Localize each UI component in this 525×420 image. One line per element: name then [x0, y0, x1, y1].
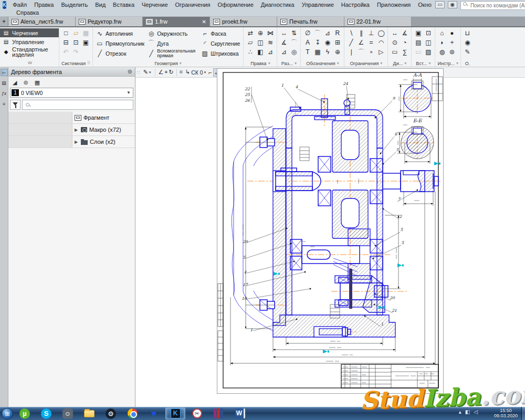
taskbar-utorrent[interactable]: µ — [15, 407, 35, 419]
linear-dim-icon[interactable]: ↔ — [279, 29, 288, 38]
menu-file[interactable]: Файл — [9, 0, 30, 9]
segment-button[interactable]: ╱Отрезок — [95, 49, 145, 58]
taskbar-discord[interactable]: ☺ — [58, 407, 78, 419]
insert-view-icon[interactable]: ⊡ — [424, 29, 433, 38]
menu-view[interactable]: Вид — [91, 0, 109, 9]
angle-constraint-icon[interactable]: ∠ — [356, 38, 365, 47]
table-icon[interactable]: ▦ — [313, 48, 322, 57]
insert-frame-icon[interactable]: ▭ — [414, 48, 423, 57]
tab-1frw-active[interactable]: 1.frw ✕ — [143, 17, 210, 26]
overlap-tool-icon[interactable]: ⊚ — [23, 79, 28, 86]
parallel-icon[interactable]: ∥ — [356, 29, 365, 38]
screen-view-icon[interactable]: ◉ — [448, 1, 457, 8]
arc-dim-icon[interactable]: ⌒ — [289, 38, 298, 47]
print-icon[interactable]: ⊟ — [61, 38, 70, 47]
group-expand-icon[interactable]: ▾ — [380, 61, 382, 66]
move-icon[interactable]: ⇄ — [246, 29, 255, 38]
measure-angle-icon[interactable]: ∡ — [400, 29, 409, 38]
new-tab-button[interactable]: + — [0, 17, 8, 26]
expand-arrow-icon[interactable]: ▶ — [75, 140, 79, 144]
datum-icon[interactable]: ↧ — [313, 38, 322, 47]
taskbar-winrar[interactable] — [208, 407, 228, 419]
copy-icon[interactable]: ⊕ — [256, 29, 265, 38]
construction-line-button[interactable]: ╱Вспомогательная прямая — [146, 49, 199, 58]
menu-help[interactable]: Справка — [13, 9, 43, 17]
taskbar-skype[interactable]: S — [36, 407, 56, 419]
region-icon[interactable]: ● — [447, 29, 456, 38]
insert-picture-icon[interactable]: ▤ — [414, 38, 423, 47]
circle-button[interactable]: ◎Окружность — [146, 29, 199, 38]
tangent-icon[interactable]: ◯ — [376, 29, 385, 38]
layers-panel-icon[interactable]: ≡ — [1, 100, 8, 108]
tree-item-macro[interactable]: ▶ Макро (x72) — [8, 124, 135, 136]
ribbon-tab-standard-parts[interactable]: ◆ Стандартные изделия — [0, 46, 59, 58]
open-document-icon[interactable]: ▱ — [71, 29, 80, 38]
fix-icon[interactable]: ▷ — [376, 48, 385, 57]
tree-item-layers[interactable]: ▶ Слои (x2) — [8, 136, 135, 148]
menu-drafting[interactable]: Черчение — [138, 0, 172, 9]
properties-panel-icon[interactable]: ▤ — [1, 79, 8, 87]
tab-pechat[interactable]: Печать.frw — [277, 17, 344, 26]
plus-tool-icon[interactable]: + — [447, 38, 456, 47]
filter-funnel-icon[interactable] — [10, 100, 20, 110]
arc-note-icon[interactable]: ⌒ — [313, 29, 322, 38]
insert-area-icon[interactable]: ▧ — [424, 48, 433, 57]
taskbar-word[interactable]: W — [230, 407, 250, 419]
concentric-icon[interactable]: ◠ — [376, 38, 385, 47]
contour-icon[interactable]: ⌂ — [437, 29, 446, 38]
toolbar-grip[interactable]: ∷ — [137, 70, 141, 75]
grid-icon[interactable]: ⌗ — [180, 69, 183, 76]
measure-distance-icon[interactable]: ↔ — [390, 29, 399, 38]
pen-tool-icon[interactable]: ✎ — [463, 48, 472, 57]
vertical-constraint-icon[interactable]: ∣ — [346, 48, 355, 57]
drawing-sheet[interactable]: А-А Б-Б — [217, 68, 444, 394]
measure-area-icon[interactable]: ⊙ — [390, 38, 399, 47]
group-expand-icon[interactable]: ▾ — [429, 61, 431, 66]
ribbon-tab-drafting[interactable]: ▤ Черчение — [0, 28, 59, 37]
deform-icon[interactable]: ≋ — [266, 38, 275, 47]
panel-settings-gear-icon[interactable]: ⊛ — [128, 68, 132, 75]
menu-styling[interactable]: Оформление — [214, 0, 257, 9]
half-icon[interactable]: ◗ — [437, 38, 446, 47]
mass-properties-icon[interactable]: ∑ — [400, 48, 409, 57]
view-selector[interactable]: 1 0 VIEW0 ▼ — [10, 88, 133, 98]
radial-dim-icon[interactable]: ◎ — [289, 48, 298, 57]
split-icon[interactable]: ∴ — [246, 48, 255, 57]
snap-point-icon[interactable]: ⌖ — [164, 69, 167, 76]
menu-settings[interactable]: Настройка — [338, 0, 373, 9]
taskbar-heart-app[interactable]: ♥ — [144, 407, 164, 419]
tree-item-fragment[interactable]: Фрагмент — [8, 112, 135, 124]
text-icon[interactable]: T — [303, 48, 312, 57]
undo-icon[interactable]: ↶ — [61, 48, 70, 57]
taskbar-steam[interactable]: ⊙ — [101, 407, 121, 419]
expand-arrow-icon[interactable]: ▶ — [75, 128, 79, 132]
group-expand-icon[interactable]: ▾ — [268, 61, 270, 66]
view-mark-icon[interactable]: ⊞ — [333, 38, 342, 47]
corner-dim-icon[interactable]: ⊿ — [279, 48, 288, 57]
marker-icon[interactable]: ◉ — [463, 38, 472, 47]
save-as-icon[interactable]: ▣ — [81, 38, 90, 47]
tab-reduktor[interactable]: Редуктор.frw — [76, 17, 143, 26]
measure-rect-icon[interactable]: ▭ — [390, 48, 399, 57]
menu-applications[interactable]: Приложения — [373, 0, 414, 9]
vertical-dim-icon[interactable]: ⇅ — [289, 29, 298, 38]
autoaxis-icon[interactable]: ϟ — [323, 48, 332, 57]
menu-management[interactable]: Управление — [298, 0, 338, 9]
drawing-canvas-area[interactable]: ∷ ✎▾ ∠ ⌖ ↻ ⌗ ↳ СК 0 ▾ ⌐ ⤢ ⇅ 1 ▾ ▾ ⊕ 0.2 — [135, 67, 525, 407]
group-expand-icon[interactable]: ▾ — [456, 61, 458, 66]
menu-insert[interactable]: Вставка — [109, 0, 138, 9]
axis-point-icon[interactable]: ⊕ — [333, 48, 342, 57]
tab-alena-list5[interactable]: Alena_лист5.frw — [8, 17, 76, 26]
angle-dim-icon[interactable]: ∡ — [279, 38, 288, 47]
arc-button[interactable]: ⌒Дуга — [146, 39, 199, 48]
hatch-button[interactable]: ▨Штриховка — [200, 49, 241, 58]
roughness-icon[interactable]: R — [333, 29, 342, 38]
save-icon[interactable]: ▦ — [81, 29, 90, 38]
insert-fragment-icon[interactable]: ▣ — [414, 29, 423, 38]
menu-window[interactable]: Окно — [414, 0, 435, 9]
redo-icon[interactable]: ↷ — [71, 48, 80, 57]
menu-diagnostics[interactable]: Диагностика — [257, 0, 298, 9]
blend-icon[interactable]: ◍ — [437, 48, 446, 57]
group-expand-icon[interactable]: ▾ — [337, 61, 339, 66]
tree-panel-icon[interactable]: ⊢ — [1, 69, 8, 76]
